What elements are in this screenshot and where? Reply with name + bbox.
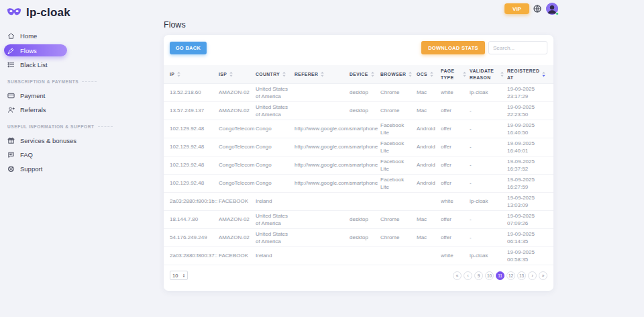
cell-ocs: Android xyxy=(417,161,441,169)
download-stats-button[interactable]: DOWNLOAD STATS xyxy=(421,41,485,54)
cell-validate-reason: lp-cloak xyxy=(470,252,507,259)
card-footer: 10 ▲▼ «‹910111213›» xyxy=(164,265,553,280)
column-header-registered-at[interactable]: REGISTERED AT xyxy=(507,68,547,80)
sidebar-item-label: FAQ xyxy=(20,151,33,158)
sort-icon xyxy=(176,71,181,77)
column-label: PAGE TYPE xyxy=(441,68,460,80)
sort-icon xyxy=(429,71,434,77)
cell-validate-reason: - xyxy=(470,234,507,241)
cell-isp: AMAZON-02 xyxy=(219,107,256,114)
column-header-referer[interactable]: REFERER xyxy=(294,71,350,77)
cell-country: Congo xyxy=(256,161,294,169)
cell-device: desktop xyxy=(350,107,380,114)
search-input[interactable] xyxy=(488,41,547,54)
column-header-page-type[interactable]: PAGE TYPE xyxy=(441,68,470,80)
cell-ocs: Android xyxy=(417,125,441,132)
cell-registered-at: 19-09-2025 16:40:01 xyxy=(507,140,547,154)
column-header-ip[interactable]: IP xyxy=(170,71,219,77)
table-row: 18.144.7.80AMAZON-02United States of Ame… xyxy=(164,211,553,229)
vip-button[interactable]: VIP xyxy=(504,3,529,14)
cell-referer: http://www.google.com/ xyxy=(294,143,350,150)
cell-ocs: Mac xyxy=(417,234,441,241)
sidebar-item-flows[interactable]: Flows xyxy=(4,44,67,56)
sidebar-item-services-bonuses[interactable]: Services & bonuses xyxy=(0,134,153,148)
sort-icon xyxy=(462,71,467,77)
cell-browser: Facebook Lite xyxy=(380,122,417,136)
cell-country: United States of America xyxy=(256,212,294,227)
column-header-validate-reason[interactable]: VALIDATE REASON xyxy=(470,68,507,80)
cell-isp: AMAZON-02 xyxy=(219,89,256,96)
column-label: ISP xyxy=(219,71,227,77)
cell-country: Congo xyxy=(256,143,294,150)
column-header-browser[interactable]: BROWSER xyxy=(380,71,417,77)
sort-icon xyxy=(500,71,504,77)
sidebar-item-payment[interactable]: Payment xyxy=(0,89,153,103)
cell-registered-at: 19-09-2025 16:37:52 xyxy=(507,158,547,173)
cell-ocs: Mac xyxy=(417,107,441,114)
cell-ocs: Mac xyxy=(417,216,441,223)
sort-icon xyxy=(370,71,375,77)
go-back-button[interactable]: GO BACK xyxy=(170,42,207,54)
sort-icon xyxy=(541,71,546,77)
column-label: REGISTERED AT xyxy=(507,68,539,80)
app: lp-cloak HomeFlowsBlack ListSUBSCRIPTION… xyxy=(0,0,644,317)
sidebar-item-home[interactable]: Home xyxy=(0,29,153,43)
page-button-12[interactable]: 12 xyxy=(506,271,515,280)
column-label: COUNTRY xyxy=(256,71,280,77)
table-row: 2a03:2880:f800:37::FACEBOOKIrelandwhitel… xyxy=(164,247,553,265)
column-label: OCS xyxy=(417,71,427,77)
cell-device: desktop xyxy=(350,216,380,223)
table-row: 13.52.218.60AMAZON-02United States of Am… xyxy=(164,84,553,102)
first-page-button[interactable]: « xyxy=(453,271,462,280)
avatar[interactable] xyxy=(546,3,558,15)
page-title: Flows xyxy=(164,20,186,30)
column-header-ocs[interactable]: OCS xyxy=(417,71,441,77)
page-button-13[interactable]: 13 xyxy=(517,271,526,280)
cell-validate-reason: - xyxy=(470,216,507,223)
page-button-9[interactable]: 9 xyxy=(474,271,483,280)
cell-browser: Facebook Lite xyxy=(380,140,417,154)
sort-icon xyxy=(229,71,233,77)
last-page-button[interactable]: » xyxy=(539,271,547,280)
cell-validate-reason: lp-cloak xyxy=(470,89,507,96)
sidebar-item-faq[interactable]: FAQ xyxy=(0,148,153,162)
sidebar-item-label: Black List xyxy=(20,61,48,69)
cell-country: Congo xyxy=(256,125,294,132)
sidebar-item-black-list[interactable]: Black List xyxy=(0,58,153,72)
cell-country: Ireland xyxy=(256,197,294,205)
sidebar-item-label: Services & bonuses xyxy=(20,137,76,144)
column-header-device[interactable]: DEVICE xyxy=(350,71,380,77)
cell-browser: Facebook Lite xyxy=(380,176,417,191)
topbar: VIP xyxy=(504,3,558,15)
online-status-dot xyxy=(555,12,559,15)
table-header: IPISPCOUNTRYREFERERDEVICEBROWSEROCSPAGE … xyxy=(164,65,553,84)
page-button-10[interactable]: 10 xyxy=(485,271,494,280)
cell-ip: 102.129.92.48 xyxy=(170,125,219,132)
cell-isp: CongoTelecom xyxy=(219,125,256,132)
flows-icon xyxy=(7,47,15,54)
cell-ip: 54.176.249.249 xyxy=(170,234,219,241)
section-label-useful-information-support: USEFUL INFORMATION & SUPPORT xyxy=(7,124,153,129)
cell-referer: http://www.google.com/ xyxy=(294,125,350,132)
column-header-country[interactable]: COUNTRY xyxy=(256,71,294,77)
globe-icon[interactable] xyxy=(533,5,542,13)
sidebar-item-support[interactable]: Support xyxy=(0,162,153,176)
cell-country: United States of America xyxy=(256,103,294,118)
cell-validate-reason: - xyxy=(470,143,507,150)
column-header-isp[interactable]: ISP xyxy=(219,71,256,77)
stepper-icon: ▲▼ xyxy=(182,273,185,277)
sidebar-item-referrals[interactable]: Referrals xyxy=(0,103,153,117)
cell-ocs: Android xyxy=(417,179,441,187)
cell-device: desktop xyxy=(350,234,380,241)
mask-icon xyxy=(7,7,21,19)
next-page-button[interactable]: › xyxy=(528,271,537,280)
rows-per-page-select[interactable]: 10 ▲▼ xyxy=(170,271,188,280)
pagination: «‹910111213›» xyxy=(453,271,547,280)
cell-ip: 13.57.249.137 xyxy=(170,107,219,114)
prev-page-button[interactable]: ‹ xyxy=(464,271,472,280)
cell-validate-reason: - xyxy=(470,125,507,132)
services-icon xyxy=(7,137,15,144)
page-button-11[interactable]: 11 xyxy=(496,271,504,280)
cell-ip: 18.144.7.80 xyxy=(170,216,219,223)
cell-validate-reason: - xyxy=(470,161,507,169)
